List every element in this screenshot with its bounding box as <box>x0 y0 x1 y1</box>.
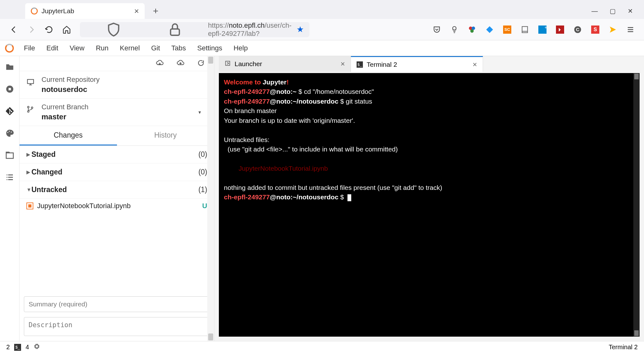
notebook-icon <box>26 202 33 209</box>
palette-icon[interactable] <box>5 128 14 138</box>
bookmark-star-icon[interactable]: ★ <box>297 25 304 34</box>
commit-form <box>19 291 214 341</box>
current-branch[interactable]: Current Branch master ▾ <box>19 99 214 126</box>
menu-tabs[interactable]: Tabs <box>166 41 191 55</box>
reload-button[interactable] <box>45 25 53 34</box>
extension-icon-1[interactable] <box>450 26 458 34</box>
menu-edit[interactable]: Edit <box>41 41 63 55</box>
section-changed[interactable]: ▶ Changed (0) <box>19 163 214 181</box>
tab-changes[interactable]: Changes <box>19 126 117 145</box>
lock-icon <box>147 22 203 37</box>
extension-icon-2[interactable] <box>468 26 476 34</box>
tab-history[interactable]: History <box>117 126 214 145</box>
close-window-icon[interactable]: ✕ <box>628 7 633 15</box>
kernel-icon[interactable] <box>33 343 40 351</box>
shield-icon <box>86 22 142 37</box>
git-icon[interactable] <box>5 106 14 116</box>
git-tabs: Changes History <box>19 126 214 146</box>
menu-file[interactable]: File <box>19 41 40 55</box>
url-text: https://noto.epfl.ch/user/ch-epfl-249277… <box>208 21 291 38</box>
svg-point-14 <box>28 106 29 108</box>
pocket-icon[interactable] <box>433 26 441 34</box>
extension-icon-sc[interactable]: SC <box>503 26 511 34</box>
terminal-scrollbar[interactable] <box>633 73 640 337</box>
svg-point-9 <box>7 132 8 133</box>
refresh-icon[interactable] <box>197 59 205 68</box>
svg-text:C: C <box>576 27 580 32</box>
svg-rect-13 <box>27 79 34 83</box>
tab-launcher-label: Launcher <box>235 60 262 68</box>
extension-icon-5[interactable]: + <box>538 26 547 34</box>
cloud-push-icon[interactable] <box>176 59 185 68</box>
extension-icon-c[interactable]: C <box>574 26 582 34</box>
activity-bar <box>0 56 19 341</box>
tab-terminal-label: Terminal 2 <box>367 61 397 68</box>
back-button[interactable] <box>9 25 18 34</box>
tab-terminal[interactable]: $_ Terminal 2 × <box>351 56 483 72</box>
new-tab-button[interactable]: + <box>148 3 164 19</box>
commit-summary-input[interactable] <box>24 296 210 312</box>
terminal-output[interactable]: Welcome to Jupyter! ch-epfl-249277@noto:… <box>219 73 640 337</box>
section-untracked[interactable]: ▼ Untracked (1) <box>19 181 214 199</box>
chevron-down-icon[interactable]: ▾ <box>198 109 201 115</box>
jupyter-logo-icon[interactable] <box>0 44 19 53</box>
extension-icon-6[interactable] <box>609 26 617 34</box>
main-tabs: Launcher × $_ Terminal 2 × <box>214 56 644 72</box>
menu-view[interactable]: View <box>64 41 89 55</box>
home-button[interactable] <box>62 25 71 34</box>
svg-rect-4 <box>522 26 527 33</box>
close-tab-icon[interactable]: × <box>134 6 139 16</box>
running-icon[interactable] <box>5 84 14 94</box>
extension-icons: SC + ⏵ C S <box>433 26 635 34</box>
launcher-icon <box>225 60 231 68</box>
close-icon[interactable]: × <box>473 60 477 69</box>
browser-tab[interactable]: JupyterLab × <box>25 3 145 19</box>
repo-name: notouserdoc <box>42 85 207 94</box>
svg-point-11 <box>11 132 12 133</box>
extension-icon-pdf[interactable]: ⏵ <box>556 26 564 34</box>
expand-icon: ▶ <box>26 151 31 157</box>
status-context[interactable]: Terminal 2 <box>609 344 638 351</box>
svg-rect-12 <box>6 153 13 159</box>
status-count-1[interactable]: 2 <box>6 344 10 351</box>
url-bar[interactable]: https://noto.epfl.ch/user/ch-epfl-249277… <box>80 22 309 37</box>
folder-icon[interactable] <box>5 62 14 72</box>
tabs-icon[interactable] <box>5 151 14 160</box>
svg-point-10 <box>9 131 10 132</box>
extension-icon-3[interactable] <box>486 26 494 34</box>
git-side-panel: Current Repository notouserdoc Current B… <box>19 56 214 341</box>
status-count-2[interactable]: 4 <box>25 344 29 351</box>
cursor-icon <box>347 194 351 201</box>
svg-rect-18 <box>36 345 38 348</box>
toc-icon[interactable] <box>5 173 14 182</box>
menu-help[interactable]: Help <box>229 41 253 55</box>
minimize-icon[interactable]: — <box>591 8 598 15</box>
browser-tab-strip: JupyterLab × + — ▢ ✕ <box>0 0 644 19</box>
cloud-pull-icon[interactable] <box>156 59 164 68</box>
tab-launcher[interactable]: Launcher × <box>219 56 351 72</box>
jupyter-favicon-icon <box>31 8 38 14</box>
terminal-icon[interactable]: $_ <box>14 344 21 351</box>
browser-toolbar: https://noto.epfl.ch/user/ch-epfl-249277… <box>0 19 644 40</box>
maximize-icon[interactable]: ▢ <box>610 7 616 15</box>
menu-settings[interactable]: Settings <box>192 41 227 55</box>
commit-description-input[interactable] <box>24 317 210 336</box>
extension-icon-s[interactable]: S <box>591 26 599 34</box>
current-repository[interactable]: Current Repository notouserdoc <box>19 71 214 99</box>
menu-kernel[interactable]: Kernel <box>115 41 145 55</box>
close-icon[interactable]: × <box>341 60 345 68</box>
svg-rect-0 <box>170 29 179 35</box>
window-controls: — ▢ ✕ <box>591 3 644 19</box>
menu-git[interactable]: Git <box>146 41 165 55</box>
side-scrollbar[interactable] <box>207 56 214 341</box>
svg-rect-8 <box>8 88 11 90</box>
monitor-icon <box>26 78 35 88</box>
untracked-file-row[interactable]: JupyterNotebookTutorial.ipynb U <box>19 199 214 213</box>
hamburger-menu-icon[interactable] <box>626 26 635 34</box>
repo-label: Current Repository <box>42 76 207 84</box>
menu-run[interactable]: Run <box>91 41 114 55</box>
forward-button[interactable] <box>27 25 36 34</box>
extension-icon-4[interactable] <box>521 26 529 34</box>
svg-point-3 <box>470 29 474 32</box>
section-staged[interactable]: ▶ Staged (0) <box>19 146 214 163</box>
